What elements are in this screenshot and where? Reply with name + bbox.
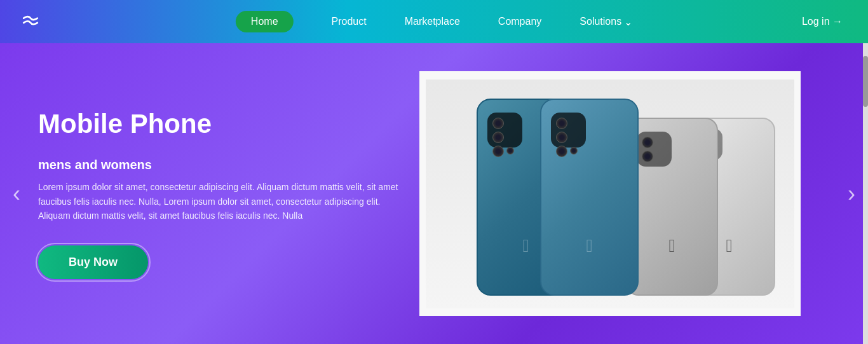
- chevron-down-icon: ⌄: [624, 16, 632, 28]
- camera-lens-sm: [506, 147, 514, 155]
- apple-logo-1: : [522, 236, 529, 256]
- hero-content: Mobile Phone mens and womens Lorem ipsum…: [0, 70, 413, 318]
- phone-3: : [626, 118, 718, 296]
- hero-subtitle: mens and womens: [38, 158, 413, 172]
- hero-title: Mobile Phone: [38, 108, 413, 140]
- camera-lens: [642, 137, 653, 148]
- navigation: Home Product Marketplace Company Solutio…: [0, 0, 868, 43]
- camera-module-3: [637, 132, 672, 167]
- camera-module-1: [487, 113, 522, 148]
- camera-lens: [492, 146, 504, 157]
- hero-image-area:  : [413, 43, 807, 344]
- camera-lens: [492, 118, 504, 129]
- logo-icon: [19, 10, 42, 33]
- nav-item-company[interactable]: Company: [498, 16, 541, 27]
- nav-item-home[interactable]: Home: [236, 11, 294, 32]
- apple-logo-2: : [586, 236, 592, 256]
- camera-lens: [556, 118, 567, 129]
- scrollbar[interactable]: [863, 43, 868, 344]
- phones-group:  : [426, 79, 794, 308]
- nav-links: Home Product Marketplace Company Solutio…: [236, 11, 632, 32]
- next-arrow-button[interactable]: ›: [841, 174, 862, 214]
- apple-logo-4: : [726, 236, 732, 256]
- nav-item-marketplace[interactable]: Marketplace: [405, 16, 460, 27]
- logo: [19, 10, 42, 33]
- camera-lens: [492, 132, 504, 143]
- camera-lens-sm: [570, 147, 578, 155]
- apple-logo-3: : [668, 236, 675, 256]
- camera-lens: [556, 132, 567, 143]
- camera-lens: [556, 146, 567, 157]
- hero-section: ‹ Mobile Phone mens and womens Lorem ips…: [0, 43, 868, 344]
- camera-lens: [642, 151, 653, 162]
- scrollbar-thumb: [863, 56, 868, 107]
- nav-item-product[interactable]: Product: [332, 16, 367, 27]
- hero-description: Lorem ipsum dolor sit amet, consectetur …: [38, 180, 407, 223]
- buy-now-button[interactable]: Buy Now: [38, 245, 148, 279]
- login-link[interactable]: Log in →: [802, 16, 843, 27]
- nav-item-solutions[interactable]: Solutions ⌄: [580, 16, 632, 28]
- prev-arrow-button[interactable]: ‹: [6, 174, 27, 214]
- phones-image:  : [419, 71, 801, 316]
- camera-module-2: [551, 113, 586, 148]
- phone-2: : [540, 99, 639, 296]
